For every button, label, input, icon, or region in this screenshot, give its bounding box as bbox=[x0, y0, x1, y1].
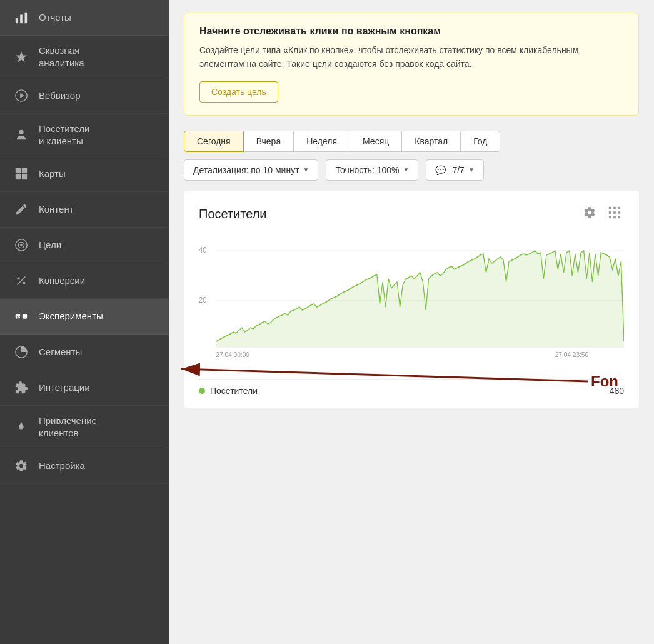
sidebar: Отчеты Сквознаяаналитика Вебвизор Посети… bbox=[0, 0, 169, 644]
x-label-end: 27.04 23:50 bbox=[555, 350, 588, 358]
svg-rect-27 bbox=[613, 216, 616, 218]
tab-year[interactable]: Год bbox=[460, 131, 500, 152]
visitors-chart: 40 20 27.04 00:00 27.04 23:50 bbox=[199, 235, 624, 360]
legend-label: Посетители bbox=[210, 386, 258, 396]
edit-icon bbox=[13, 201, 30, 218]
gear-icon bbox=[13, 457, 30, 475]
legend-dot bbox=[199, 388, 205, 394]
pie-icon bbox=[13, 343, 30, 361]
sidebar-item-cross-analytics[interactable]: Сквознаяаналитика bbox=[0, 36, 169, 78]
svg-point-5 bbox=[19, 129, 23, 134]
svg-rect-23 bbox=[609, 211, 611, 214]
sidebar-item-label-maps: Карты bbox=[39, 168, 66, 180]
tab-month[interactable]: Месяц bbox=[350, 131, 402, 152]
sidebar-item-experiments[interactable]: ab Эксперименты bbox=[0, 299, 169, 335]
svg-rect-8 bbox=[16, 174, 21, 179]
person-icon bbox=[13, 126, 30, 144]
tab-yesterday[interactable]: Вчера bbox=[243, 131, 294, 152]
sidebar-item-label-integrations: Интеграции bbox=[39, 381, 90, 394]
chart-view-button[interactable] bbox=[605, 203, 624, 225]
svg-rect-24 bbox=[613, 211, 616, 214]
banner-title: Начните отслеживать клики по важным кноп… bbox=[199, 26, 623, 37]
sidebar-item-label-content: Контент bbox=[39, 203, 74, 216]
info-banner: Начните отслеживать клики по важным кноп… bbox=[184, 13, 639, 116]
x-label-start: 27.04 00:00 bbox=[216, 350, 249, 358]
fire-icon bbox=[13, 418, 30, 436]
sidebar-item-goals[interactable]: Цели bbox=[0, 228, 169, 263]
target-icon bbox=[13, 236, 30, 254]
svg-rect-28 bbox=[618, 216, 621, 218]
svg-point-12 bbox=[20, 244, 23, 246]
sidebar-item-label-cross-analytics: Сквознаяаналитика bbox=[39, 44, 84, 69]
detail-dropdown-arrow: ▼ bbox=[303, 166, 309, 173]
chart-card: Посетители 40 20 bbox=[184, 191, 639, 408]
accuracy-dropdown[interactable]: Точность: 100% ▼ bbox=[326, 159, 418, 181]
sidebar-item-label-conversions: Конверсии bbox=[39, 274, 85, 287]
svg-text:ab: ab bbox=[16, 315, 21, 319]
accuracy-label: Точность: 100% bbox=[335, 165, 399, 175]
create-goal-button[interactable]: Создать цель bbox=[199, 81, 278, 103]
sidebar-item-visitors[interactable]: Посетителии клиенты bbox=[0, 114, 169, 156]
tab-week[interactable]: Неделя bbox=[293, 131, 350, 152]
sidebar-item-maps[interactable]: Карты bbox=[0, 156, 169, 192]
svg-rect-18 bbox=[23, 314, 27, 318]
legend-value: 480 bbox=[610, 386, 624, 396]
sidebar-item-integrations[interactable]: Интеграции bbox=[0, 370, 169, 406]
sidebar-item-reports[interactable]: Отчеты bbox=[0, 0, 169, 36]
grid-icon bbox=[13, 165, 30, 183]
sidebar-item-label-settings: Настройка bbox=[39, 460, 85, 472]
chart-legend: Посетители 480 bbox=[199, 379, 624, 396]
svg-rect-0 bbox=[16, 18, 18, 23]
ab-icon: ab bbox=[13, 308, 30, 325]
svg-rect-21 bbox=[613, 207, 616, 209]
main-content: Начните отслеживать клики по важным кноп… bbox=[169, 0, 654, 644]
banner-text: Создайте цели типа «Клик по кнопке», что… bbox=[199, 43, 623, 71]
sidebar-item-label-experiments: Эксперименты bbox=[39, 310, 103, 323]
controls-row: Детализация: по 10 минут ▼ Точность: 100… bbox=[184, 159, 639, 181]
counter-label: 7/7 bbox=[452, 165, 464, 175]
chart-header: Посетители bbox=[199, 203, 624, 225]
counter-dropdown[interactable]: 💬 7/7 ▼ bbox=[426, 159, 483, 181]
comment-icon: 💬 bbox=[435, 165, 446, 175]
tab-today[interactable]: Сегодня bbox=[184, 131, 244, 152]
chart-area: 40 20 27.04 00:00 27.04 23:50 bbox=[199, 235, 624, 373]
sidebar-item-content[interactable]: Контент bbox=[0, 192, 169, 228]
sidebar-item-settings[interactable]: Настройка bbox=[0, 448, 169, 484]
svg-rect-22 bbox=[618, 207, 621, 209]
sidebar-item-label-visitors: Посетителии клиенты bbox=[39, 123, 89, 147]
play-icon bbox=[13, 87, 30, 104]
counter-dropdown-arrow: ▼ bbox=[468, 166, 475, 173]
sidebar-item-webvisor[interactable]: Вебвизор bbox=[0, 78, 169, 114]
svg-rect-9 bbox=[22, 174, 27, 179]
legend-visitors: Посетители bbox=[199, 386, 258, 396]
sidebar-item-label-segments: Сегменты bbox=[39, 346, 82, 358]
svg-rect-25 bbox=[618, 211, 621, 214]
star-icon bbox=[13, 48, 30, 66]
sidebar-item-acquisition[interactable]: Привлечениеклиентов bbox=[0, 406, 169, 448]
period-tabs: Сегодня Вчера Неделя Месяц Квартал Год bbox=[184, 131, 639, 152]
svg-rect-20 bbox=[609, 207, 611, 209]
tab-quarter[interactable]: Квартал bbox=[401, 131, 461, 152]
detail-dropdown[interactable]: Детализация: по 10 минут ▼ bbox=[184, 159, 318, 181]
svg-point-13 bbox=[18, 278, 20, 280]
detail-label: Детализация: по 10 минут bbox=[193, 165, 299, 175]
puzzle-icon bbox=[13, 379, 30, 396]
y-label-40: 40 bbox=[199, 246, 206, 253]
svg-rect-26 bbox=[609, 216, 611, 218]
sidebar-item-segments[interactable]: Сегменты bbox=[0, 335, 169, 370]
sidebar-item-conversions[interactable]: Конверсии bbox=[0, 263, 169, 299]
chart-actions bbox=[580, 203, 624, 225]
svg-rect-7 bbox=[22, 168, 27, 173]
sidebar-item-label-webvisor: Вебвизор bbox=[39, 89, 81, 102]
accuracy-dropdown-arrow: ▼ bbox=[403, 166, 410, 173]
y-label-20: 20 bbox=[199, 296, 206, 303]
bar-chart-icon bbox=[13, 9, 30, 26]
svg-rect-1 bbox=[20, 14, 23, 23]
percent-icon bbox=[13, 272, 30, 289]
chart-settings-button[interactable] bbox=[580, 203, 599, 225]
svg-marker-4 bbox=[20, 93, 24, 98]
svg-rect-2 bbox=[25, 13, 28, 23]
svg-rect-6 bbox=[16, 168, 21, 173]
sidebar-item-label-goals: Цели bbox=[39, 239, 61, 251]
svg-point-14 bbox=[23, 282, 26, 284]
